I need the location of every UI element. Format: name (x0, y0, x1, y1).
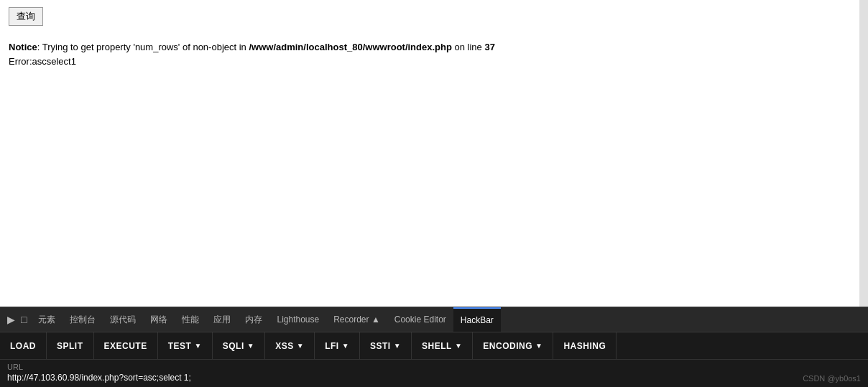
tab-application[interactable]: 应用 (206, 307, 238, 332)
main-content: 查询 Notice: Trying to get property 'num_r… (0, 0, 868, 307)
scrollbar[interactable] (859, 0, 868, 307)
notice-line: Notice: Trying to get property 'num_rows… (9, 40, 859, 55)
notice-label: Notice (9, 42, 37, 52)
hackbar-hashing-button[interactable]: HASHING (553, 332, 617, 359)
notice-on: on line (452, 42, 485, 52)
lfi-arrow: ▼ (342, 342, 349, 350)
notice-message: : Trying to get property 'num_rows' of n… (37, 42, 249, 52)
tab-cookie-editor[interactable]: Cookie Editor (387, 307, 453, 332)
devtools-icons: ▶ □ (3, 314, 31, 325)
error-text: Error:ascselect1 (9, 56, 859, 67)
hackbar-xss-button[interactable]: XSS▼ (265, 332, 315, 359)
shell-arrow: ▼ (455, 342, 462, 350)
url-bar: URL http://47.103.60.98/index.php?sort=a… (0, 359, 868, 387)
tab-console[interactable]: 控制台 (63, 307, 103, 332)
tab-network[interactable]: 网络 (143, 307, 175, 332)
hackbar-test-button[interactable]: TEST▼ (158, 332, 213, 359)
url-value: http://47.103.60.98/index.php?sort=asc;s… (7, 373, 191, 383)
test-arrow: ▼ (194, 342, 201, 350)
devtools-tabbar: ▶ □ 元素 控制台 源代码 网络 性能 应用 内存 Lighthouse Re… (0, 307, 868, 332)
xss-arrow: ▼ (297, 342, 304, 350)
cursor-icon[interactable]: ▶ (7, 314, 15, 325)
query-button[interactable]: 查询 (9, 7, 43, 26)
tab-sources[interactable]: 源代码 (103, 307, 143, 332)
hackbar-load-button[interactable]: LOAD (0, 332, 47, 359)
encoding-arrow: ▼ (535, 342, 542, 350)
tab-hackbar[interactable]: HackBar (453, 307, 501, 332)
sqli-arrow: ▼ (247, 342, 254, 350)
tab-elements[interactable]: 元素 (31, 307, 63, 332)
tab-lighthouse[interactable]: Lighthouse (269, 307, 326, 332)
url-label: URL (7, 363, 191, 371)
hackbar-execute-button[interactable]: EXECUTE (94, 332, 158, 359)
notice-path: /www/admin/localhost_80/wwwroot/index.ph… (249, 42, 451, 52)
tab-performance[interactable]: 性能 (175, 307, 206, 332)
csdn-credit: CSDN @yb0os1 (803, 374, 861, 383)
hackbar-toolbar: LOAD SPLIT EXECUTE TEST▼ SQLI▼ XSS▼ LFI▼… (0, 332, 868, 359)
hackbar-split-button[interactable]: SPLIT (47, 332, 94, 359)
hackbar-ssti-button[interactable]: SSTI▼ (360, 332, 412, 359)
hackbar-sqli-button[interactable]: SQLI▼ (213, 332, 265, 359)
inspect-icon[interactable]: □ (21, 314, 27, 325)
url-content: URL http://47.103.60.98/index.php?sort=a… (7, 363, 191, 383)
hackbar-lfi-button[interactable]: LFI▼ (315, 332, 360, 359)
notice-line-number: 37 (484, 42, 494, 52)
hackbar-shell-button[interactable]: SHELL▼ (412, 332, 473, 359)
tab-recorder[interactable]: Recorder ▲ (326, 307, 387, 332)
url-bar-content: URL http://47.103.60.98/index.php?sort=a… (7, 363, 861, 383)
hackbar-encoding-button[interactable]: ENCODING▼ (473, 332, 553, 359)
tab-memory[interactable]: 内存 (238, 307, 269, 332)
ssti-arrow: ▼ (394, 342, 401, 350)
